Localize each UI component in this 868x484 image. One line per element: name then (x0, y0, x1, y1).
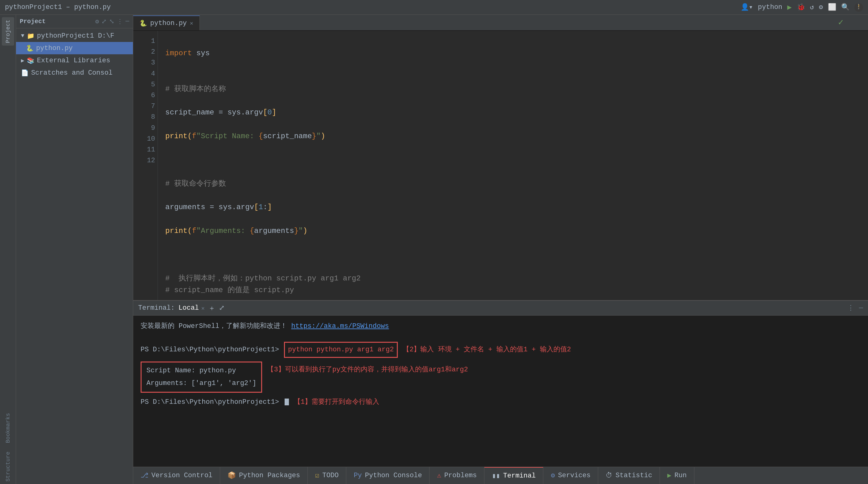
console-icon: Py (354, 472, 362, 479)
top-bar-left: pythonProject1 – python.py (5, 3, 111, 11)
terminal-prompt1: PS D:\Files\Python\pythonProject1> (141, 344, 279, 355)
todo-icon: ☑ (315, 471, 319, 480)
terminal-area: Terminal: Local ✕ ＋ ⤢ ⋮ — (133, 300, 868, 467)
python-file-icon: 🐍 (26, 44, 34, 52)
run-icon: ▶ (667, 471, 671, 480)
bottom-tab-run-label: Run (674, 472, 687, 479)
tree-item-pythonpy[interactable]: 🐍 python.py (16, 42, 133, 54)
expand-tree-icon[interactable]: ⤢ (101, 18, 107, 25)
tab-close-icon[interactable]: ✕ (190, 20, 193, 27)
project-panel: Project ⚙ ⤢ ⤡ ⋮ — ▼ 📁 pythonProject1 D:\… (16, 15, 133, 484)
tab-filename: python.py (150, 20, 187, 27)
terminal-command-line: PS D:\Files\Python\pythonProject1> pytho… (141, 342, 861, 358)
bottom-tab-packages-label: Python Packages (239, 472, 300, 479)
terminal-tab-left: Terminal: Local ✕ ＋ ⤢ (138, 304, 224, 313)
code-content[interactable]: import sys # 获取脚本的名称 script_name = sys.a… (158, 31, 868, 300)
editor-settings-icon[interactable]: ⋮ (855, 2, 862, 11)
reload-icon[interactable]: ↺ (810, 3, 814, 11)
terminal-cursor (285, 398, 289, 405)
terminal-content[interactable]: 安装最新的 PowerShell，了解新功能和改进！ https://aka.m… (133, 315, 868, 467)
tree-item-external-libs[interactable]: ▶ 📚 External Libraries (16, 54, 133, 67)
project-panel-header: Project ⚙ ⤢ ⤡ ⋮ — (16, 15, 133, 28)
statistic-icon: ⏱ (606, 471, 612, 480)
editor-tab-bar: 🐍 python.py ✕ ✓ ⋮ (133, 15, 868, 31)
python-run-label: python (758, 3, 782, 11)
bottom-tab-version-control[interactable]: ⎇ Version Control (133, 467, 220, 484)
terminal-tab-bar: Terminal: Local ✕ ＋ ⤢ ⋮ — (133, 301, 868, 315)
bottom-tab-todo-label: TODO (322, 472, 339, 479)
sidebar-item-project[interactable]: Project (2, 17, 14, 46)
tree-item-scratches[interactable]: 📄 Scratches and Consol (16, 67, 133, 79)
bottom-tab-bar: ⎇ Version Control 📦 Python Packages ☑ TO… (133, 467, 868, 484)
gear-icon[interactable]: ⚙ (95, 18, 99, 25)
bottom-tab-services[interactable]: ⚙ Services (543, 467, 598, 484)
bottom-tab-statistic-label: Statistic (616, 472, 652, 479)
collapse-tree-icon[interactable]: ⤡ (109, 18, 115, 25)
bottom-tab-services-label: Services (558, 472, 591, 479)
terminal-tab-right: ⋮ — (847, 304, 863, 312)
top-bar: pythonProject1 – python.py 👤▾ python ▶ 🐞… (0, 0, 868, 15)
search-icon[interactable]: 🔍 (841, 3, 849, 11)
terminal-command-box: python python.py arg1 arg2 (284, 342, 398, 358)
terminal-prompt2: PS D:\Files\Python\pythonProject1> (141, 396, 279, 408)
problems-icon: ⚠ (437, 471, 441, 480)
editor-tab-pythonpy[interactable]: 🐍 python.py ✕ (133, 16, 200, 30)
terminal-more-icon[interactable]: ⋮ (847, 304, 854, 312)
expand-icon[interactable]: ⬜ (828, 3, 836, 11)
lib-folder-icon: 📚 (27, 57, 34, 64)
bottom-tab-terminal-label: Terminal (503, 472, 536, 480)
tree-extlib-label: External Libraries (37, 57, 111, 64)
settings-icon[interactable]: ⚙ (819, 3, 823, 11)
bottom-tab-statistic[interactable]: ⏱ Statistic (598, 467, 660, 484)
terminal-tab-close-icon[interactable]: ✕ (202, 305, 205, 311)
terminal-prompt2-line: PS D:\Files\Python\pythonProject1> 【1】需要… (141, 396, 861, 408)
main-layout: Project Bookmarks Structure Project ⚙ ⤢ … (0, 15, 868, 484)
left-icon-panel: Project Bookmarks Structure (0, 15, 16, 484)
sidebar-item-structure[interactable]: Structure (2, 449, 14, 484)
chevron-right-icon: ▶ (21, 57, 24, 64)
bottom-tab-todo[interactable]: ☑ TODO (308, 467, 346, 484)
close-panel-icon[interactable]: — (125, 18, 129, 25)
bottom-tab-python-packages[interactable]: 📦 Python Packages (220, 467, 308, 484)
user-icon[interactable]: 👤▾ (741, 3, 753, 11)
annotation-2: 【2】输入 环境 + 文件名 + 输入的值1 + 输入的值2 (403, 344, 571, 355)
terminal-output-box: Script Name: python.py Arguments: ['arg1… (141, 362, 262, 393)
editor-area: 🐍 python.py ✕ ✓ ⋮ 1 2 3 4 5 6 (133, 15, 868, 484)
tree-scratches-label: Scratches and Consol (31, 69, 113, 77)
tab-file-icon: 🐍 (140, 20, 147, 27)
terminal-tab-local-label: Local (179, 304, 199, 312)
services-icon: ⚙ (551, 471, 555, 480)
terminal-icon: ▮▮ (492, 472, 500, 480)
bottom-tab-terminal[interactable]: ▮▮ Terminal (485, 467, 543, 484)
run-button[interactable]: ▶ (787, 3, 792, 12)
terminal-output-section: Script Name: python.py Arguments: ['arg1… (141, 360, 861, 393)
chevron-down-icon: ▼ (21, 33, 24, 39)
terminal-output-line1: Script Name: python.py (147, 365, 256, 376)
tree-root-label: pythonProject1 D:\F (37, 32, 115, 40)
terminal-install-link[interactable]: https://aka.ms/PSWindows (291, 322, 389, 330)
bottom-tab-console-label: Python Console (365, 472, 422, 479)
terminal-collapse-icon[interactable]: — (859, 304, 863, 312)
bottom-tab-run[interactable]: ▶ Run (660, 467, 694, 484)
tree-item-root[interactable]: ▼ 📁 pythonProject1 D:\F (16, 30, 133, 42)
tree-pythonpy-label: python.py (36, 44, 73, 52)
project-tree: ▼ 📁 pythonProject1 D:\F 🐍 python.py ▶ 📚 … (16, 28, 133, 484)
bottom-tab-problems[interactable]: ⚠ Problems (430, 467, 485, 484)
debug-icon[interactable]: 🐞 (797, 3, 805, 11)
folder-icon: 📁 (27, 32, 34, 40)
bottom-tab-problems-label: Problems (444, 472, 477, 479)
sidebar-item-bookmarks[interactable]: Bookmarks (2, 411, 14, 446)
bottom-tab-python-console[interactable]: Py Python Console (346, 467, 430, 484)
app-title: pythonProject1 – python.py (5, 3, 111, 11)
terminal-add-tab-icon[interactable]: ＋ (209, 304, 215, 313)
top-bar-right: 👤▾ python ▶ 🐞 ↺ ⚙ ⬜ 🔍 ! (741, 3, 863, 12)
terminal-command: python python.py arg1 arg2 (288, 346, 394, 354)
terminal-expand-icon[interactable]: ⤢ (219, 304, 224, 312)
more-icon[interactable]: ⋮ (117, 18, 123, 25)
line-numbers: 1 2 3 4 5 6 7 8 9 10 11 12 (133, 31, 158, 300)
package-icon: 📦 (227, 471, 236, 480)
annotation-1: 【1】需要打开到命令行输入 (294, 396, 379, 408)
scratch-icon: 📄 (21, 69, 29, 77)
annotation-3: 【3】可以看到执行了py文件的内容，并得到输入的值arg1和arg2 (267, 364, 468, 375)
terminal-tab-local[interactable]: Local ✕ (179, 304, 205, 312)
